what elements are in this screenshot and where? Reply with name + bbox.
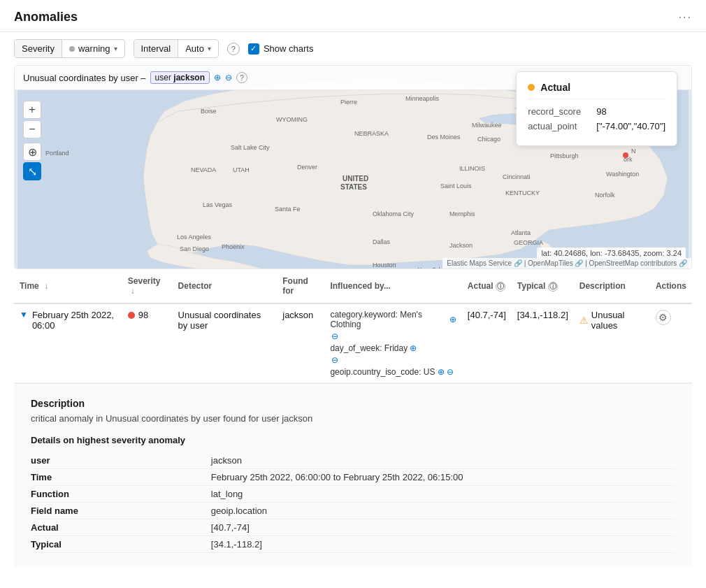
attribution-text: Elastic Maps Service 🔗 | OpenMapTiles 🔗 … bbox=[447, 259, 687, 267]
city-label-slc: Salt Lake City bbox=[231, 144, 270, 151]
city-label-minneapolis: Minneapolis bbox=[405, 95, 440, 102]
severity-sort-icon[interactable]: ↓ bbox=[131, 286, 135, 296]
col-severity-label: Severity bbox=[128, 276, 161, 286]
influence-minus-2[interactable]: ⊖ bbox=[447, 367, 454, 377]
col-actual-label: Actual bbox=[468, 281, 494, 291]
interval-label: Interval bbox=[134, 40, 179, 57]
page-title: Anomalies bbox=[14, 10, 78, 24]
row-time-value: February 25th 2022, 06:00 bbox=[32, 310, 117, 331]
city-label-utah: UTAH bbox=[233, 166, 250, 173]
city-label-dallas: Dallas bbox=[373, 238, 391, 245]
severity-value-text: warning bbox=[78, 43, 110, 54]
actual-info-icon[interactable]: ⓘ bbox=[496, 282, 505, 292]
sort-icon[interactable]: ↓ bbox=[44, 281, 48, 291]
severity-label: Severity bbox=[15, 40, 62, 57]
detail-value-time: February 25th 2022, 06:00:00 to February… bbox=[211, 469, 675, 486]
row-actual: [40.7,-74] bbox=[462, 303, 512, 383]
record-score-value: 98 bbox=[596, 106, 606, 117]
detail-highest-title: Details on highest severity anomaly bbox=[31, 435, 675, 445]
locate-button[interactable]: ⊕ bbox=[23, 143, 41, 161]
menu-dots[interactable]: ··· bbox=[679, 11, 692, 24]
col-found-for: Found for bbox=[277, 269, 324, 303]
influence-key-0: category.keyword: Men's Clothing bbox=[330, 310, 447, 329]
actions-gear-icon[interactable]: ⚙ bbox=[656, 310, 671, 325]
city-label-washington: Washington bbox=[606, 171, 639, 178]
tooltip-record-score-row: record_score 98 bbox=[528, 106, 665, 117]
city-label-lasvegas: Las Vegas bbox=[203, 201, 233, 208]
zoom-in-button[interactable]: + bbox=[23, 101, 41, 119]
show-charts-toggle[interactable]: Show charts bbox=[248, 43, 314, 55]
detail-value-typical: [34.1,-118.2] bbox=[211, 536, 675, 553]
interval-dropdown[interactable]: Auto ▾ bbox=[178, 40, 218, 57]
col-actions: Actions bbox=[650, 269, 692, 303]
selection-button[interactable]: ⤡ bbox=[23, 162, 41, 180]
detail-description-text: critical anomaly in Unusual coordinates … bbox=[31, 413, 675, 424]
influence-minus-1[interactable]: ⊖ bbox=[331, 355, 456, 365]
map-help-icon[interactable]: ? bbox=[236, 72, 247, 83]
tooltip-header: Actual bbox=[528, 82, 665, 99]
detail-field-fieldname: Field name geoip.location bbox=[31, 503, 675, 519]
map-filter-minus-icon[interactable]: ⊖ bbox=[225, 73, 232, 83]
page-header: Anomalies ··· bbox=[0, 0, 706, 32]
interval-control: Interval Auto ▾ bbox=[134, 39, 219, 58]
detail-field-typical: Typical [34.1,-118.2] bbox=[31, 536, 675, 553]
col-detector: Detector bbox=[173, 269, 278, 303]
interval-value-text: Auto bbox=[185, 43, 204, 54]
influence-plus-0[interactable]: ⊕ bbox=[449, 315, 456, 324]
col-time-label: Time bbox=[20, 281, 39, 291]
city-label-sandiego: San Diego bbox=[180, 245, 209, 252]
detail-label-actual: Actual bbox=[31, 519, 211, 536]
city-label-la: Los Angeles bbox=[177, 234, 212, 241]
typical-info-icon[interactable]: ⓘ bbox=[548, 282, 558, 292]
city-label-wyoming: WYOMING bbox=[276, 116, 308, 123]
detail-description-title: Description bbox=[31, 398, 675, 409]
tooltip-label: Actual bbox=[540, 82, 570, 93]
record-score-key: record_score bbox=[528, 106, 591, 117]
severity-chevron-icon: ▾ bbox=[114, 45, 117, 52]
col-typical-label: Typical bbox=[517, 281, 545, 291]
col-time: Time ↓ bbox=[14, 269, 122, 303]
actual-point-key: actual_point bbox=[528, 121, 591, 131]
city-label-phoenix: Phoenix bbox=[222, 243, 245, 250]
detail-label-typical: Typical bbox=[31, 536, 211, 553]
toolbar: Severity warning ▾ Interval Auto ▾ ? Sho… bbox=[0, 32, 706, 65]
actual-dot bbox=[528, 84, 535, 91]
table-header-row: Time ↓ Severity ↓ Detector Found for Inf bbox=[14, 269, 692, 303]
detail-value-fieldname: geoip.location bbox=[211, 503, 675, 519]
row-detector: Unusual coordinates by user bbox=[173, 303, 278, 383]
map-attribution: Elastic Maps Service 🔗 | OpenMapTiles 🔗 … bbox=[442, 258, 691, 268]
city-label-norfolk: Norfolk bbox=[595, 192, 615, 199]
map-filter-plus-icon[interactable]: ⊕ bbox=[214, 73, 221, 83]
influence-plus-2[interactable]: ⊕ bbox=[438, 367, 445, 377]
city-label-boise: Boise bbox=[201, 108, 217, 115]
map-controls: + − ⊕ ⤡ bbox=[23, 101, 41, 180]
severity-dropdown[interactable]: warning ▾ bbox=[62, 40, 124, 57]
influence-key-2: geoip.country_iso_code: US bbox=[330, 367, 435, 377]
user-name-text: jackson bbox=[173, 73, 205, 83]
city-label-desmoines: Des Moines bbox=[427, 134, 461, 141]
row-actions: ⚙ bbox=[650, 303, 692, 383]
influence-tag-2: geoip.country_iso_code: US ⊕ ⊖ bbox=[330, 367, 456, 377]
expanded-detail-panel: Description critical anomaly in Unusual … bbox=[14, 383, 692, 567]
influence-tag-1: day_of_week: Friday ⊕ bbox=[330, 343, 456, 353]
row-description-value: Unusual values bbox=[591, 310, 644, 331]
zoom-out-button[interactable]: − bbox=[23, 120, 41, 138]
influence-key-1: day_of_week: Friday bbox=[330, 343, 408, 353]
city-label-newyork: N bbox=[631, 148, 636, 155]
influence-minus-0[interactable]: ⊖ bbox=[331, 331, 456, 341]
help-icon[interactable]: ? bbox=[227, 43, 240, 55]
show-charts-checkbox[interactable] bbox=[248, 43, 259, 55]
city-label-jackson: Jackson bbox=[449, 242, 473, 249]
row-expander-button[interactable]: ▼ bbox=[20, 310, 28, 320]
interval-chevron-icon: ▾ bbox=[208, 45, 211, 52]
detail-fields-table: user jackson Time February 25th 2022, 06… bbox=[31, 452, 675, 553]
influence-plus-1[interactable]: ⊕ bbox=[410, 343, 417, 353]
detail-label-function: Function bbox=[31, 486, 211, 503]
row-time: ▼ February 25th 2022, 06:00 bbox=[14, 303, 122, 383]
show-charts-label: Show charts bbox=[264, 43, 314, 54]
city-label-nevada: NEVADA bbox=[191, 166, 216, 173]
city-label-illinois: ILLINOIS bbox=[459, 165, 485, 172]
col-found-for-label: Found for bbox=[282, 276, 308, 296]
detail-field-function: Function lat_long bbox=[31, 486, 675, 503]
city-label-santafe: Santa Fe bbox=[275, 206, 301, 213]
